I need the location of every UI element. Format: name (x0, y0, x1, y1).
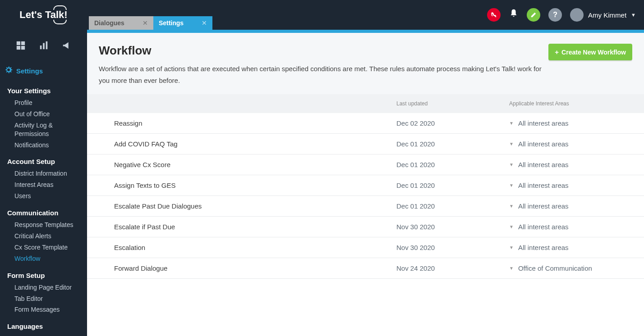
workflow-areas[interactable]: ▼All interest areas (509, 202, 632, 210)
chart-icon[interactable] (39, 41, 49, 53)
avatar (570, 8, 584, 22)
sidebar-group-title: Communication (7, 209, 80, 217)
user-menu[interactable]: Amy Kimmet ▼ (570, 8, 636, 22)
svg-rect-5 (43, 43, 45, 50)
sidebar-group-title: Form Setup (7, 272, 80, 279)
table-row[interactable]: Forward DialogueNov 24 2020▼Office of Co… (87, 258, 644, 279)
sidebar-item-cx-score-template[interactable]: Cx Score Template (7, 242, 80, 253)
user-name: Amy Kimmet (588, 11, 626, 19)
table-row[interactable]: Escalate Past Due DialoguesDec 01 2020▼A… (87, 196, 644, 217)
workflow-updated: Dec 01 2020 (396, 140, 509, 148)
plus-icon: + (555, 48, 559, 56)
sidebar-group: Your SettingsProfileOut of OfficeActivit… (0, 84, 87, 155)
workflow-areas-text: All interest areas (518, 202, 569, 210)
sidebar-group-title: Account Setup (7, 158, 80, 165)
workflow-updated: Dec 01 2020 (396, 182, 509, 189)
sidebar-top-icons (0, 37, 87, 63)
column-areas-header: Applicable Interest Areas (509, 100, 632, 107)
workflow-areas-text: All interest areas (518, 119, 569, 127)
sidebar-group-title: Languages (7, 322, 80, 330)
svg-rect-0 (16, 41, 20, 45)
svg-rect-2 (16, 46, 20, 50)
close-icon[interactable]: ✕ (143, 19, 148, 27)
gear-icon (5, 66, 13, 76)
workflow-areas[interactable]: ▼All interest areas (509, 182, 632, 189)
logo-arc-bottom-icon (53, 20, 67, 24)
caret-down-icon: ▼ (509, 162, 514, 167)
logo-arc-top-icon (53, 5, 67, 10)
sidebar-item-profile[interactable]: Profile (7, 97, 80, 109)
sidebar-item-users[interactable]: Users (7, 191, 80, 202)
tab-label: Dialogues (94, 19, 124, 27)
create-button-label: Create New Workflow (561, 49, 626, 56)
workflow-areas[interactable]: ▼All interest areas (509, 161, 632, 168)
table-row[interactable]: Add COVID FAQ TagDec 01 2020▼All interes… (87, 134, 644, 154)
help-icon[interactable]: ? (548, 8, 562, 22)
caret-down-icon: ▼ (509, 121, 514, 126)
svg-rect-3 (21, 46, 24, 50)
workflow-areas-text: Office of Communication (518, 264, 592, 272)
status-red-icon[interactable] (487, 8, 501, 22)
svg-rect-1 (21, 41, 24, 45)
caret-down-icon: ▼ (509, 141, 514, 146)
tab-dialogues[interactable]: Dialogues ✕ (89, 16, 153, 30)
caret-down-icon: ▼ (509, 204, 514, 209)
workflow-areas[interactable]: ▼All interest areas (509, 244, 632, 251)
table-row[interactable]: Negative Cx ScoreDec 01 2020▼All interes… (87, 154, 644, 175)
slash-phone-icon (490, 11, 497, 18)
table-row[interactable]: Assign Texts to GESDec 01 2020▼All inter… (87, 175, 644, 196)
sidebar-item-form-messages[interactable]: Form Messages (7, 304, 80, 315)
table-row[interactable]: ReassignDec 02 2020▼All interest areas (87, 113, 644, 134)
workflow-areas[interactable]: ▼Office of Communication (509, 264, 632, 272)
sidebar-item-out-of-office[interactable]: Out of Office (7, 109, 80, 120)
workflow-updated: Dec 01 2020 (396, 202, 509, 210)
sidebar-item-landing-page-editor[interactable]: Landing Page Editor (7, 282, 80, 293)
workflow-areas[interactable]: ▼All interest areas (509, 140, 632, 148)
chevron-down-icon: ▼ (631, 12, 636, 18)
grid-icon[interactable] (16, 41, 26, 53)
workflow-areas-text: All interest areas (518, 161, 569, 168)
sidebar-item-response-templates[interactable]: Response Templates (7, 219, 80, 231)
workflow-areas[interactable]: ▼All interest areas (509, 119, 632, 127)
sidebar-settings-link[interactable]: Settings (0, 63, 87, 84)
workflow-name: Add COVID FAQ Tag (99, 140, 396, 148)
workflow-updated: Nov 24 2020 (396, 264, 509, 272)
svg-rect-4 (40, 45, 41, 49)
svg-rect-6 (46, 41, 47, 49)
create-new-workflow-button[interactable]: + Create New Workflow (548, 44, 632, 60)
workflow-name: Forward Dialogue (99, 264, 396, 272)
bell-icon[interactable] (509, 9, 519, 21)
tab-settings[interactable]: Settings ✕ (153, 16, 212, 30)
sidebar-item-district-information[interactable]: District Information (7, 168, 80, 179)
sidebar-item-notifications[interactable]: Notifications (7, 140, 80, 151)
workflow-areas[interactable]: ▼All interest areas (509, 223, 632, 231)
caret-down-icon: ▼ (509, 183, 514, 188)
workflow-name: Assign Texts to GES (99, 182, 396, 189)
workflow-updated: Nov 30 2020 (396, 244, 509, 251)
sidebar-item-critical-alerts[interactable]: Critical Alerts (7, 231, 80, 242)
topbar-right: ? Amy Kimmet ▼ (487, 8, 644, 22)
sidebar: Settings Your SettingsProfileOut of Offi… (0, 30, 87, 336)
megaphone-icon[interactable] (62, 41, 72, 53)
sidebar-item-activity-log-permissions[interactable]: Activity Log & Permissions (7, 120, 80, 140)
caret-down-icon: ▼ (509, 245, 514, 250)
table-header: Last updated Applicable Interest Areas (87, 94, 644, 113)
tabs-row: Dialogues ✕ Settings ✕ (89, 0, 212, 30)
column-name-header (99, 100, 396, 107)
column-updated-header: Last updated (396, 100, 509, 107)
workflow-name: Reassign (99, 119, 396, 127)
logo[interactable]: Let's Talk! (0, 0, 87, 30)
edit-icon[interactable] (527, 8, 540, 22)
sidebar-group: Form SetupLanding Page EditorTab EditorF… (0, 269, 87, 320)
sidebar-group: Languages (0, 320, 87, 336)
accent-strip (87, 30, 644, 33)
table-row[interactable]: Escalate if Past DueNov 30 2020▼All inte… (87, 217, 644, 237)
sidebar-item-tab-editor[interactable]: Tab Editor (7, 293, 80, 304)
content-area: Workflow + Create New Workflow Workflow … (87, 30, 644, 336)
sidebar-item-workflow[interactable]: Workflow (7, 253, 80, 264)
sidebar-group-title: Your Settings (7, 87, 80, 95)
close-icon[interactable]: ✕ (202, 19, 207, 27)
table-row[interactable]: EscalationNov 30 2020▼All interest areas (87, 237, 644, 258)
top-bar: Let's Talk! Dialogues ✕ Settings ✕ ? Amy… (0, 0, 644, 30)
sidebar-item-interest-areas[interactable]: Interest Areas (7, 179, 80, 191)
